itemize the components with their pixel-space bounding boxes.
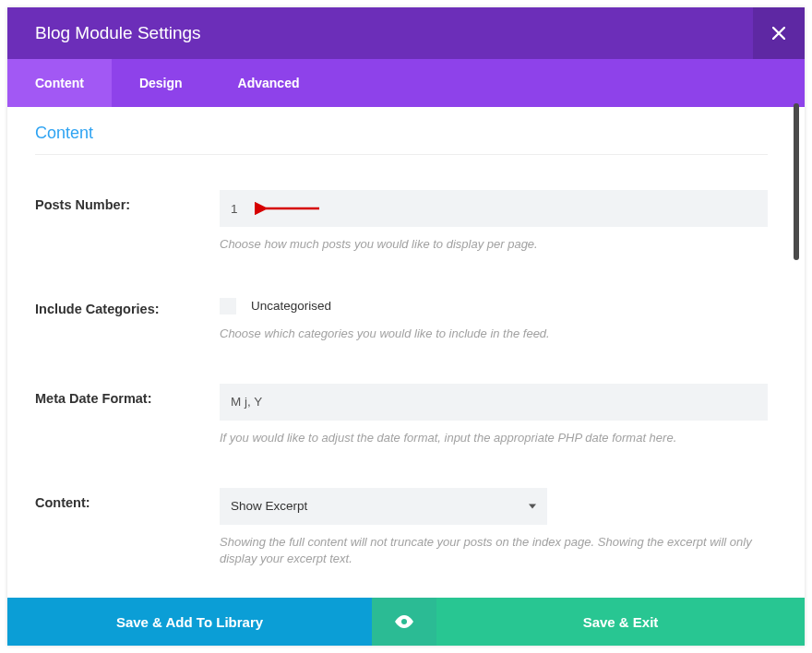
help-meta-date-format: If you would like to adjust the date for… [220, 430, 768, 447]
label-content-select: Content: [35, 488, 220, 510]
tab-content[interactable]: Content [7, 59, 112, 107]
tab-advanced[interactable]: Advanced [210, 59, 328, 107]
save-add-library-button[interactable]: Save & Add To Library [7, 598, 372, 646]
label-posts-number: Posts Number: [35, 190, 220, 212]
tab-bar: Content Design Advanced [7, 59, 805, 107]
field-meta-date-format: Meta Date Format: If you would like to a… [35, 384, 768, 447]
preview-button[interactable] [372, 598, 436, 646]
modal-title: Blog Module Settings [35, 23, 201, 43]
help-include-categories: Choose which categories you would like t… [220, 326, 768, 343]
svg-point-4 [401, 619, 407, 624]
close-button[interactable] [753, 7, 805, 59]
category-checkbox[interactable] [220, 298, 236, 315]
settings-modal: Blog Module Settings Content Design Adva… [7, 7, 805, 646]
content-select[interactable]: Show Excerpt [220, 488, 547, 525]
label-meta-date-format: Meta Date Format: [35, 384, 220, 406]
category-label: Uncategorised [251, 299, 331, 313]
help-content-select: Showing the full content will not trunca… [220, 534, 768, 569]
help-posts-number: Choose how much posts you would like to … [220, 236, 768, 254]
field-posts-number: Posts Number: Choose how much posts you … [35, 190, 768, 254]
footer: Save & Add To Library Save & Exit [7, 598, 805, 646]
scrollbar-thumb[interactable] [794, 103, 799, 260]
section-title: Content [35, 124, 768, 155]
close-icon [772, 27, 785, 40]
titlebar: Blog Module Settings [7, 7, 805, 59]
category-row: Uncategorised [220, 296, 768, 316]
save-exit-button[interactable]: Save & Exit [436, 598, 805, 646]
meta-date-format-input[interactable] [220, 384, 768, 421]
tab-design[interactable]: Design [112, 59, 210, 107]
eye-icon [394, 615, 414, 628]
field-content-select: Content: Show Excerpt Showing the full c… [35, 488, 768, 569]
label-include-categories: Include Categories: [35, 294, 220, 316]
posts-number-input[interactable] [220, 190, 768, 227]
content-panel: Content Posts Number: Choose how much po… [7, 107, 805, 598]
field-include-categories: Include Categories: Uncategorised Choose… [35, 294, 768, 343]
